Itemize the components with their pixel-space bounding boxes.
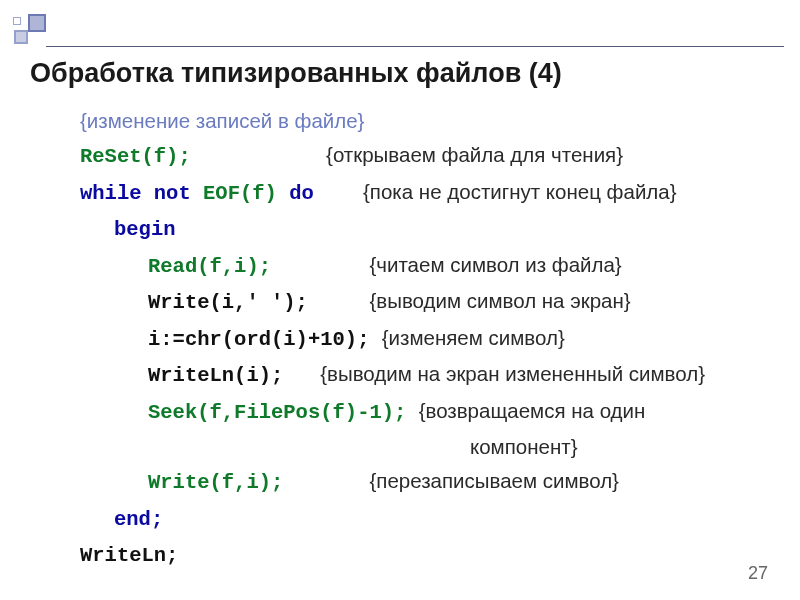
write-i-comment: {выводим символ на экран} <box>369 289 630 312</box>
spacer <box>283 364 320 387</box>
spacer <box>308 291 370 314</box>
slide-title: Обработка типизированных файлов (4) <box>30 58 780 89</box>
reset-call: ReSet(f); <box>80 145 191 168</box>
read-comment: {читаем символ из файла} <box>369 253 621 276</box>
write-i-code: Write(i,' '); <box>148 291 308 314</box>
intro-comment-text: {изменение записей в файле} <box>80 109 364 132</box>
end-kw: end; <box>114 508 163 531</box>
begin-kw: begin <box>114 218 176 241</box>
do-kw: do <box>289 182 314 205</box>
code-line-seek: Seek(f,FilePos(f)-1); {возвращаемся на о… <box>80 394 770 430</box>
while-comment: {пока не достигнут конец файла} <box>363 180 677 203</box>
page-number: 27 <box>748 563 768 584</box>
assign-code: i:=chr(ord(i)+10); <box>148 328 369 351</box>
code-line-assign: i:=chr(ord(i)+10); {изменяем символ} <box>80 321 770 357</box>
square-medium <box>14 30 28 44</box>
header-rule <box>46 46 784 47</box>
seek-comment-1: {возвращаемся на один <box>419 399 646 422</box>
write-fi-comment: {перезаписываем символ} <box>369 469 619 492</box>
writeln-i-code: WriteLn(i); <box>148 364 283 387</box>
read-call: Read(f,i); <box>148 255 271 278</box>
code-line-while: while not EOF(f) do {пока не достигнут к… <box>80 175 770 211</box>
eof-call: EOF(f) <box>203 182 289 205</box>
reset-comment: {открываем файла для чтения} <box>326 143 623 166</box>
seek-comment-2: компонент} <box>470 435 577 458</box>
spacer <box>271 255 369 278</box>
writeln-i-comment: {выводим на экран измененный символ} <box>320 362 705 385</box>
while-kw: while <box>80 182 154 205</box>
square-small-outline <box>13 17 21 25</box>
seek-call: Seek(f,FilePos(f)-1); <box>148 401 406 424</box>
spacer <box>314 182 363 205</box>
code-line-begin: begin <box>80 211 770 247</box>
not-kw: not <box>154 182 203 205</box>
intro-comment: {изменение записей в файле} <box>80 104 770 138</box>
spacer <box>191 145 326 168</box>
spacer <box>283 471 369 494</box>
code-line-write-fi: Write(f,i); {перезаписываем символ} <box>80 464 770 500</box>
assign-comment: {изменяем символ} <box>382 326 565 349</box>
writeln-final: WriteLn; <box>80 544 178 567</box>
code-line-writeln-final: WriteLn; <box>80 537 770 573</box>
code-line-write-i: Write(i,' '); {выводим символ на экран} <box>80 284 770 320</box>
spacer <box>406 401 418 424</box>
code-line-writeln-i: WriteLn(i); {выводим на экран измененный… <box>80 357 770 393</box>
slide: Обработка типизированных файлов (4) {изм… <box>0 0 800 600</box>
code-line-reset: ReSet(f); {открываем файла для чтения} <box>80 138 770 174</box>
code-line-read: Read(f,i); {читаем символ из файла} <box>80 248 770 284</box>
slide-body: {изменение записей в файле} ReSet(f); {о… <box>80 104 770 574</box>
code-line-end: end; <box>80 501 770 537</box>
square-large <box>28 14 46 32</box>
code-line-seek-cont: компонент} <box>80 430 770 464</box>
spacer <box>369 328 381 351</box>
write-fi-code: Write(f,i); <box>148 471 283 494</box>
